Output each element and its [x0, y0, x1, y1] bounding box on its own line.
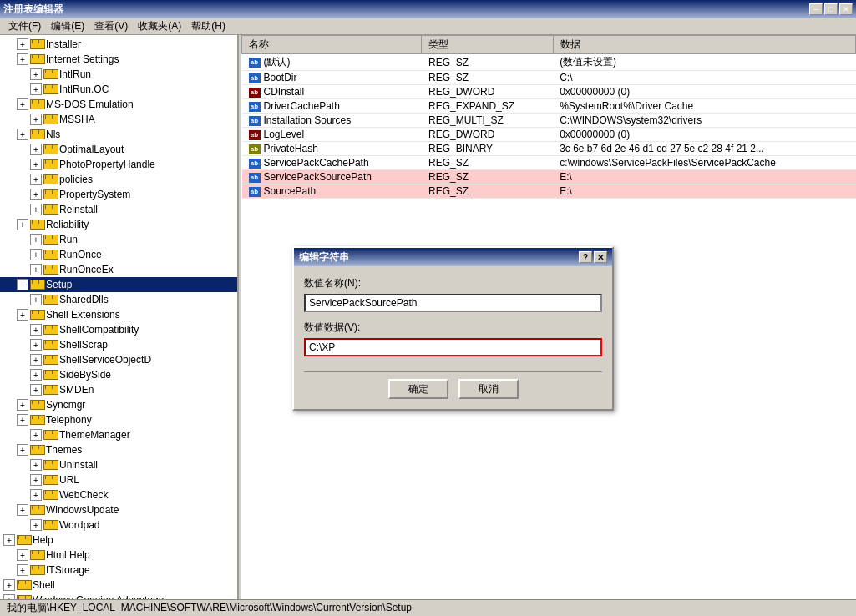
dialog-help-button[interactable]: ? — [579, 251, 592, 263]
menu-view[interactable]: 查看(V) — [89, 18, 133, 35]
tree-item[interactable]: +Wordpad — [0, 518, 237, 533]
tree-item[interactable]: +policies — [0, 172, 237, 187]
menu-help[interactable]: 帮助(H) — [186, 18, 230, 35]
maximize-button[interactable]: □ — [824, 3, 838, 15]
table-row[interactable]: abServicePackCachePathREG_SZc:\windows\S… — [242, 156, 856, 170]
expand-icon[interactable]: + — [17, 53, 28, 65]
table-row[interactable]: abBootDirREG_SZC:\ — [242, 71, 856, 85]
dialog-ok-button[interactable]: 确定 — [388, 379, 448, 399]
tree-item[interactable]: +SMDEn — [0, 382, 237, 397]
tree-item[interactable]: +MSSHA — [0, 112, 237, 127]
expand-icon[interactable]: + — [17, 219, 28, 230]
expand-icon[interactable]: + — [30, 264, 42, 275]
tree-item[interactable]: +Installer — [0, 37, 237, 52]
tree-item[interactable]: +OptimalLayout — [0, 142, 237, 157]
expand-icon[interactable]: + — [3, 579, 15, 591]
expand-icon[interactable]: + — [17, 444, 28, 456]
expand-icon[interactable]: + — [30, 249, 42, 260]
expand-icon[interactable]: + — [17, 98, 28, 110]
tree-item[interactable]: +PhotoPropertyHandle — [0, 157, 237, 172]
tree-item[interactable]: +SharedDlls — [0, 292, 237, 307]
tree-item[interactable]: +Help — [0, 533, 237, 548]
tree-item[interactable]: +PropertySystem — [0, 187, 237, 202]
expand-icon[interactable]: + — [17, 564, 28, 576]
expand-icon[interactable]: + — [30, 204, 42, 215]
tree-item[interactable]: +Shell — [0, 578, 237, 593]
expand-icon[interactable]: + — [17, 129, 28, 140]
tree-item[interactable]: +Syncmgr — [0, 397, 237, 412]
tree-item[interactable]: +ShellServiceObjectD — [0, 352, 237, 367]
menu-file[interactable]: 文件(F) — [3, 18, 46, 35]
value-name-input[interactable] — [304, 294, 602, 312]
table-row[interactable]: abSourcePathREG_SZE:\ — [242, 184, 856, 199]
menu-favorites[interactable]: 收藏夹(A) — [133, 18, 186, 35]
table-row[interactable]: abDriverCachePathREG_EXPAND_SZ%SystemRoo… — [242, 99, 856, 114]
expand-icon[interactable]: + — [30, 114, 42, 125]
expand-icon[interactable]: + — [17, 399, 28, 411]
tree-item[interactable]: +Uninstall — [0, 457, 237, 472]
dialog-cancel-button[interactable]: 取消 — [458, 379, 519, 399]
tree-item[interactable]: +RunOnceEx — [0, 262, 237, 277]
menu-edit[interactable]: 编辑(E) — [46, 18, 89, 35]
tree-item[interactable]: +IntlRun.OC — [0, 82, 237, 97]
tree-item[interactable]: +SideBySide — [0, 367, 237, 382]
tree-item[interactable]: +WindowsUpdate — [0, 502, 237, 518]
tree-item[interactable]: +IntlRun — [0, 67, 237, 82]
dialog-close-button[interactable]: ✕ — [594, 251, 607, 263]
expand-icon[interactable]: + — [17, 504, 28, 516]
expand-icon[interactable]: + — [30, 189, 42, 200]
tree-item[interactable]: +Nls — [0, 127, 237, 142]
expand-icon[interactable]: + — [3, 534, 15, 546]
tree-item[interactable]: +ShellCompatibility — [0, 322, 237, 337]
expand-icon[interactable]: + — [17, 414, 28, 426]
expand-icon[interactable]: + — [30, 83, 42, 95]
expand-icon[interactable]: + — [30, 459, 42, 471]
expand-icon[interactable]: + — [17, 309, 28, 321]
table-row[interactable]: abServicePackSourcePathREG_SZE:\ — [242, 170, 856, 184]
expand-icon[interactable]: + — [30, 429, 42, 441]
close-button[interactable]: ✕ — [839, 3, 853, 15]
expand-icon[interactable]: + — [30, 339, 42, 351]
value-data-input[interactable] — [304, 338, 602, 356]
table-row[interactable]: abInstallation SourcesREG_MULTI_SZC:\WIN… — [242, 114, 856, 128]
table-row[interactable]: abCDInstallREG_DWORD0x00000000 (0) — [242, 85, 856, 99]
tree-item[interactable]: +Shell Extensions — [0, 307, 237, 322]
tree-item[interactable]: +Internet Settings — [0, 52, 237, 67]
expand-icon[interactable]: + — [30, 234, 42, 245]
tree-item[interactable]: +Html Help — [0, 548, 237, 563]
expand-icon[interactable]: + — [17, 549, 28, 561]
tree-item[interactable]: +Windows Genuine Advantage — [0, 593, 237, 599]
tree-item[interactable]: +ThemeManager — [0, 427, 237, 442]
tree-item[interactable]: +MS-DOS Emulation — [0, 97, 237, 112]
expand-icon[interactable]: + — [30, 474, 42, 486]
expand-icon[interactable]: + — [30, 369, 42, 381]
expand-icon[interactable]: + — [30, 68, 42, 80]
expand-icon[interactable]: + — [30, 354, 42, 366]
expand-icon[interactable]: + — [30, 174, 42, 185]
expand-icon[interactable]: − — [17, 279, 28, 290]
expand-icon[interactable]: + — [30, 159, 42, 170]
table-row[interactable]: abPrivateHashREG_BINARY3c 6e b7 6d 2e 46… — [242, 142, 856, 156]
expand-icon[interactable]: + — [3, 594, 15, 599]
tree-item[interactable]: +WebCheck — [0, 487, 237, 502]
expand-icon[interactable]: + — [30, 294, 42, 305]
tree-item[interactable]: +Reinstall — [0, 202, 237, 217]
minimize-button[interactable]: ─ — [809, 3, 823, 15]
tree-item[interactable]: +Telephony — [0, 412, 237, 427]
tree-item[interactable]: +Run — [0, 232, 237, 247]
tree-item[interactable]: +ITStorage — [0, 563, 237, 578]
expand-icon[interactable]: + — [30, 384, 42, 396]
table-row[interactable]: ab(默认)REG_SZ(数值未设置) — [242, 54, 856, 71]
tree-item[interactable]: +Reliability — [0, 217, 237, 232]
expand-icon[interactable]: + — [30, 489, 42, 501]
registry-tree[interactable]: +Installer+Internet Settings+IntlRun+Int… — [0, 35, 238, 599]
tree-item[interactable]: +Themes — [0, 442, 237, 457]
tree-item[interactable]: −Setup — [0, 277, 237, 292]
tree-item[interactable]: +URL — [0, 472, 237, 487]
expand-icon[interactable]: + — [30, 519, 42, 531]
tree-item[interactable]: +RunOnce — [0, 247, 237, 262]
expand-icon[interactable]: + — [17, 38, 28, 50]
expand-icon[interactable]: + — [30, 324, 42, 336]
expand-icon[interactable]: + — [30, 144, 42, 155]
table-row[interactable]: abLogLevelREG_DWORD0x00000000 (0) — [242, 128, 856, 142]
